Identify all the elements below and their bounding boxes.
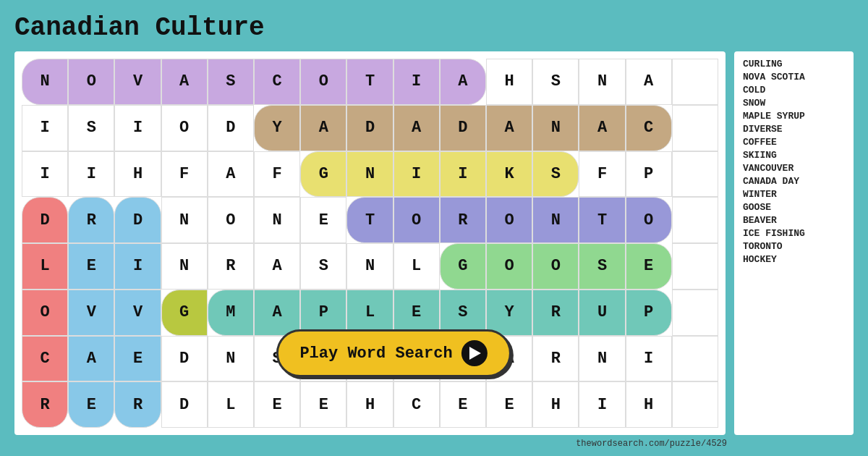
cell-r2c5: D	[208, 105, 254, 151]
cell-r1c11: H	[486, 59, 532, 105]
cell-r4c4: N	[161, 197, 208, 243]
cell-r4c1: D	[22, 197, 68, 243]
cell-r1c12: S	[532, 59, 579, 105]
cell-r5c8: N	[346, 243, 393, 290]
cell-r1c14: A	[626, 59, 672, 105]
cell-r2c15	[672, 105, 718, 151]
word-item-winter: WINTER	[743, 189, 845, 200]
cell-r4c10: R	[440, 197, 486, 243]
cell-r8c14: H	[626, 381, 672, 428]
cell-r1c7: O	[300, 59, 346, 105]
cell-r6c2: V	[68, 290, 114, 336]
cell-r5c1: L	[22, 243, 68, 290]
cell-r6c12: R	[532, 290, 579, 336]
cell-r8c6: E	[254, 381, 300, 428]
cell-r6c3: V	[114, 290, 161, 336]
cell-r3c2: I	[68, 151, 114, 198]
cell-r2c2: S	[68, 105, 114, 151]
play-word-search-button[interactable]: Play Word Search	[276, 329, 511, 377]
play-button-overlay: Play Word Search	[276, 329, 511, 377]
cell-r1c10: A	[440, 59, 486, 105]
cell-r2c10: D	[440, 105, 486, 151]
cell-r3c6: F	[254, 151, 300, 198]
word-item-ice-fishing: ICE FISHING	[743, 228, 845, 239]
cell-r4c5: O	[208, 197, 254, 243]
cell-r6c1: O	[22, 290, 68, 336]
cell-r8c3: R	[114, 381, 161, 428]
cell-r3c7: G	[300, 151, 346, 198]
cell-r2c7: A	[300, 105, 346, 151]
cell-r5c2: E	[68, 243, 114, 290]
cell-r3c3: H	[114, 151, 161, 198]
cell-r5c10: G	[440, 243, 486, 290]
cell-r1c3: V	[114, 59, 161, 105]
play-triangle-icon	[469, 347, 481, 360]
cell-r5c6: A	[254, 243, 300, 290]
cell-r3c15	[672, 151, 718, 198]
play-icon	[461, 340, 488, 366]
word-item-vancouver: VANCOUVER	[743, 163, 845, 174]
cell-r5c4: N	[161, 243, 208, 290]
cell-r2c9: A	[393, 105, 440, 151]
cell-r6c4: G	[161, 290, 208, 336]
cell-r6c15	[672, 290, 718, 336]
cell-r2c8: D	[346, 105, 393, 151]
cell-r8c4: D	[161, 381, 208, 428]
cell-r8c7: E	[300, 381, 346, 428]
main-container: Canadian Culture N O V A S C O T I A H S…	[0, 0, 868, 456]
cell-r2c12: N	[532, 105, 579, 151]
cell-r1c9: I	[393, 59, 440, 105]
cell-r1c4: A	[161, 59, 208, 105]
cell-r3c5: A	[208, 151, 254, 198]
cell-r5c3: I	[114, 243, 161, 290]
cell-r3c13: F	[579, 151, 625, 198]
word-item-nova-scotia: NOVA SCOTIA	[743, 72, 845, 83]
cell-r3c14: P	[626, 151, 672, 198]
word-item-coffee: COFFEE	[743, 137, 845, 148]
cell-r4c12: N	[532, 197, 579, 243]
cell-r8c8: H	[346, 381, 393, 428]
cell-r6c10: S	[440, 290, 486, 336]
cell-r6c14: P	[626, 290, 672, 336]
cell-r5c12: O	[532, 243, 579, 290]
cell-r6c6: A	[254, 290, 300, 336]
cell-r8c11: E	[486, 381, 532, 428]
cell-r6c9: E	[393, 290, 440, 336]
cell-r5c7: S	[300, 243, 346, 290]
word-item-cold: COLD	[743, 85, 845, 96]
cell-r4c9: O	[393, 197, 440, 243]
cell-r5c14: E	[626, 243, 672, 290]
cell-r1c15	[672, 59, 718, 105]
cell-r2c11: A	[486, 105, 532, 151]
cell-r1c2: O	[68, 59, 114, 105]
cell-r5c13: S	[579, 243, 625, 290]
page-title: Canadian Culture	[14, 13, 854, 43]
cell-r5c5: R	[208, 243, 254, 290]
cell-r4c14: O	[626, 197, 672, 243]
footer-url: thewordsearch.com/puzzle/4529	[576, 439, 727, 449]
word-item-skiing: SKIING	[743, 150, 845, 161]
word-item-canada-day: CANADA DAY	[743, 176, 845, 187]
cell-r8c5: L	[208, 381, 254, 428]
cell-r3c9: I	[393, 151, 440, 198]
cell-r2c3: I	[114, 105, 161, 151]
cell-r3c11: K	[486, 151, 532, 198]
cell-r4c13: T	[579, 197, 625, 243]
cell-r6c13: U	[579, 290, 625, 336]
word-item-goose: GOOSE	[743, 202, 845, 213]
word-item-curling: CURLING	[743, 59, 845, 69]
cell-r8c1: R	[22, 381, 68, 428]
cell-r5c9: L	[393, 243, 440, 290]
cell-r8c2: E	[68, 381, 114, 428]
cell-r2c13: A	[579, 105, 625, 151]
cell-r7c12: R	[532, 336, 579, 382]
word-item-snow: SNOW	[743, 98, 845, 109]
word-item-maple-syrup: MAPLE SYRUP	[743, 111, 845, 122]
cell-r2c6: Y	[254, 105, 300, 151]
cell-r3c10: I	[440, 151, 486, 198]
cell-r4c7: E	[300, 197, 346, 243]
word-item-hockey: HOCKEY	[743, 254, 845, 265]
play-button-label: Play Word Search	[299, 345, 452, 363]
cell-r1c8: T	[346, 59, 393, 105]
cell-r3c1: I	[22, 151, 68, 198]
